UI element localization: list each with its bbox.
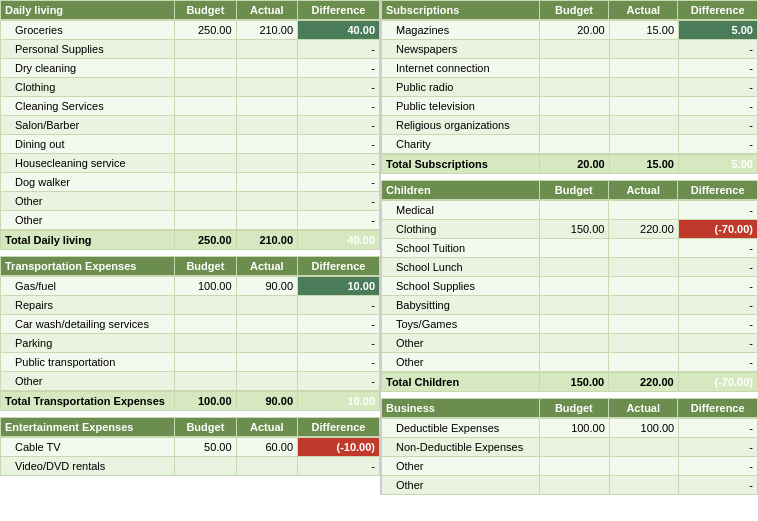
row-label: Babysitting — [382, 296, 540, 315]
row-budget — [540, 239, 609, 258]
entertainment-table: Entertainment Expenses Budget Actual Dif… — [0, 417, 380, 437]
row-budget — [540, 334, 609, 353]
row-budget — [540, 476, 609, 495]
row-diff: - — [678, 201, 757, 220]
row-budget — [540, 315, 609, 334]
table-row: Babysitting- — [382, 296, 758, 315]
row-budget — [540, 97, 609, 116]
row-diff: - — [298, 97, 380, 116]
daily-living-total-actual: 210.00 — [236, 231, 297, 250]
row-budget — [175, 192, 236, 211]
row-budget: 20.00 — [540, 21, 609, 40]
transportation-label: Transportation Expenses — [1, 257, 175, 276]
children-diff-header: Difference — [678, 181, 758, 200]
table-row: Car wash/detailing services- — [1, 315, 380, 334]
row-diff: - — [679, 438, 758, 457]
table-row: School Lunch- — [382, 258, 758, 277]
daily-living-label: Daily living — [1, 1, 175, 20]
row-label: Housecleaning service — [1, 154, 175, 173]
row-label: Cable TV — [1, 438, 175, 457]
row-budget: 100.00 — [540, 419, 609, 438]
row-actual — [609, 59, 678, 78]
table-row: Cable TV50.0060.00(-10.00) — [1, 438, 380, 457]
row-label: Repairs — [1, 296, 175, 315]
row-actual — [236, 353, 297, 372]
row-actual — [236, 296, 297, 315]
row-budget — [175, 97, 236, 116]
row-diff: - — [298, 315, 380, 334]
row-actual — [236, 334, 297, 353]
row-diff: - — [679, 78, 758, 97]
children-total-diff: (-70.00) — [678, 373, 757, 392]
row-actual: 220.00 — [609, 220, 678, 239]
table-row: Magazines20.0015.005.00 — [382, 21, 758, 40]
row-budget — [540, 59, 609, 78]
row-diff: - — [298, 59, 380, 78]
row-budget — [540, 457, 609, 476]
row-diff: - — [678, 315, 757, 334]
row-label: Clothing — [1, 78, 175, 97]
children-label: Children — [382, 181, 540, 200]
row-diff: - — [679, 40, 758, 59]
children-budget-header: Budget — [539, 181, 608, 200]
row-actual — [236, 315, 297, 334]
table-row: Other- — [382, 334, 758, 353]
row-diff: - — [679, 116, 758, 135]
daily-living-total: Total Daily living 250.00 210.00 40.00 — [1, 231, 380, 250]
transportation-total-table: Total Transportation Expenses 100.00 90.… — [0, 391, 380, 411]
row-actual: 60.00 — [236, 438, 297, 457]
table-row: Groceries250.00210.0040.00 — [1, 21, 380, 40]
transportation-total-label: Total Transportation Expenses — [1, 392, 175, 411]
row-diff: - — [298, 116, 380, 135]
row-actual — [609, 97, 678, 116]
row-label: Other — [1, 192, 175, 211]
children-total-label: Total Children — [382, 373, 540, 392]
children-total-actual: 220.00 — [609, 373, 678, 392]
row-diff: - — [298, 296, 380, 315]
row-label: Salon/Barber — [1, 116, 175, 135]
row-label: Dry cleaning — [1, 59, 175, 78]
row-budget — [540, 40, 609, 59]
row-diff: - — [298, 78, 380, 97]
row-diff: - — [298, 457, 380, 476]
row-label: Cleaning Services — [1, 97, 175, 116]
row-label: Gas/fuel — [1, 277, 175, 296]
row-actual — [609, 239, 678, 258]
row-actual — [236, 154, 297, 173]
table-row: Public television- — [382, 97, 758, 116]
row-budget: 100.00 — [175, 277, 236, 296]
row-budget — [175, 211, 236, 230]
table-row: Salon/Barber- — [1, 116, 380, 135]
business-label: Business — [382, 399, 540, 418]
row-diff: - — [678, 296, 757, 315]
row-label: Car wash/detailing services — [1, 315, 175, 334]
row-diff: 40.00 — [298, 21, 380, 40]
table-row: School Supplies- — [382, 277, 758, 296]
table-row: Other- — [1, 372, 380, 391]
row-label: Parking — [1, 334, 175, 353]
business-header: Business Budget Actual Difference — [382, 399, 758, 418]
row-actual — [609, 258, 678, 277]
row-diff: - — [679, 59, 758, 78]
transportation-data: Gas/fuel100.0090.0010.00Repairs-Car wash… — [0, 276, 380, 391]
entertainment-diff-header: Difference — [298, 418, 380, 437]
row-actual: 210.00 — [236, 21, 297, 40]
subscriptions-total-label: Total Subscriptions — [382, 155, 540, 174]
table-row: Charity- — [382, 135, 758, 154]
row-budget: 150.00 — [540, 220, 609, 239]
row-actual — [609, 438, 678, 457]
row-label: Other — [1, 211, 175, 230]
table-row: Other- — [382, 353, 758, 372]
daily-living-total-label: Total Daily living — [1, 231, 175, 250]
row-label: Newspapers — [382, 40, 540, 59]
row-label: Deductible Expenses — [382, 419, 540, 438]
row-budget — [175, 372, 236, 391]
table-row: Clothing150.00220.00(-70.00) — [382, 220, 758, 239]
entertainment-label: Entertainment Expenses — [1, 418, 175, 437]
subscriptions-budget-header: Budget — [539, 1, 608, 20]
row-actual — [236, 192, 297, 211]
row-budget — [540, 201, 609, 220]
row-diff: - — [679, 457, 758, 476]
daily-living-diff-header: Difference — [298, 1, 380, 20]
table-row: Parking- — [1, 334, 380, 353]
